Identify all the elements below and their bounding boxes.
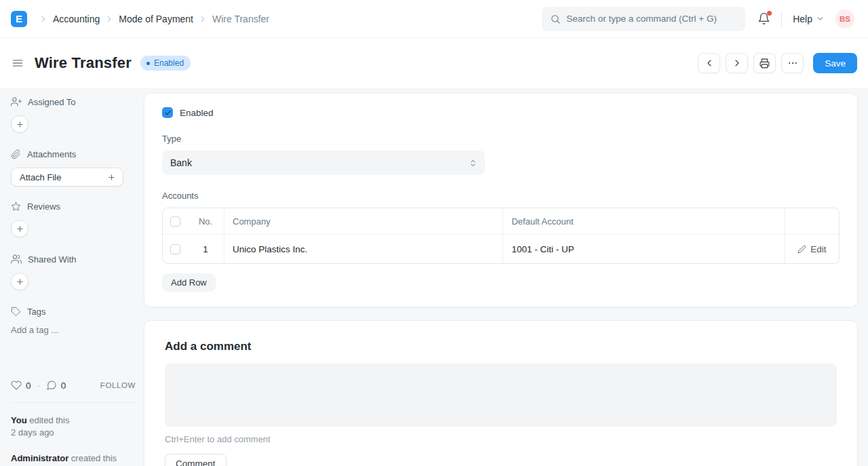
avatar[interactable]: BS: [835, 9, 854, 28]
form-sidebar: Assigned To Attachments Attach File Revi…: [11, 88, 144, 466]
accounts-table: No. Company Default Account 1 Unico Plas…: [162, 208, 840, 264]
add-assignment-button[interactable]: [11, 115, 28, 133]
paperclip-icon: [11, 149, 21, 159]
created-by: Administrator: [11, 453, 68, 463]
status-dot-icon: [146, 62, 150, 65]
prev-record-button[interactable]: [698, 53, 720, 73]
chevron-right-icon: [104, 14, 114, 24]
comment-submit-button[interactable]: Comment: [165, 454, 226, 466]
attachments-section: Attachments: [11, 149, 144, 159]
enabled-checkbox[interactable]: [162, 107, 173, 118]
accounts-label: Accounts: [162, 191, 840, 201]
type-label: Type: [162, 134, 840, 144]
comment-card: Add a comment Ctrl+Enter to add comment …: [144, 320, 858, 466]
likes-count: 0: [26, 381, 31, 391]
row-edit-button[interactable]: Edit: [797, 244, 826, 254]
add-share-button[interactable]: [11, 273, 28, 290]
reviews-label: Reviews: [27, 201, 60, 212]
navbar-right: Help BS: [757, 9, 854, 28]
assign-user-icon: [11, 96, 22, 107]
add-row-button[interactable]: Add Row: [162, 273, 216, 292]
app-logo[interactable]: E: [11, 11, 27, 27]
select-arrows-icon: [468, 158, 478, 168]
chevron-right-icon: [39, 14, 48, 24]
separator: ·: [37, 381, 40, 391]
select-all-checkbox[interactable]: [170, 216, 180, 227]
created-action: created this: [68, 453, 117, 463]
comment-input[interactable]: [165, 364, 837, 427]
bell-icon[interactable]: [757, 12, 770, 25]
divider: [781, 12, 782, 26]
breadcrumb-item-current: Wire Transfer: [212, 14, 269, 24]
tags-section: Tags: [11, 307, 144, 317]
navbar: E Accounting Mode of Payment Wire Transf…: [0, 0, 868, 38]
type-field: Type Bank: [162, 134, 840, 175]
chevron-down-icon: [816, 14, 825, 23]
type-select[interactable]: Bank: [162, 151, 485, 175]
tag-icon: [11, 307, 21, 317]
page-head: Wire Transfer Enabled Save: [0, 38, 868, 88]
enabled-checkbox-row: Enabled: [162, 107, 840, 118]
help-menu[interactable]: Help: [793, 14, 825, 24]
table-row: 1 Unico Plastics Inc. 1001 - Citi - UP E…: [163, 235, 839, 263]
status-badge-label: Enabled: [154, 58, 184, 68]
print-button[interactable]: [753, 53, 776, 73]
row-default-account-cell[interactable]: 1001 - Citi - UP: [502, 235, 785, 263]
column-header-actions: [785, 208, 839, 234]
add-review-button[interactable]: [11, 220, 28, 237]
next-record-button[interactable]: [726, 53, 748, 73]
assigned-to-label: Assigned To: [28, 97, 76, 107]
row-checkbox[interactable]: [170, 244, 180, 254]
attach-file-button[interactable]: Attach File: [11, 168, 123, 187]
column-header-default-account: Default Account: [502, 208, 785, 234]
comment-heading: Add a comment: [165, 340, 837, 353]
heart-icon[interactable]: [11, 380, 22, 391]
chevron-right-icon: [198, 14, 208, 24]
pencil-icon: [797, 245, 806, 254]
tags-label: Tags: [27, 307, 45, 317]
search-input[interactable]: [566, 14, 737, 24]
breadcrumb: Accounting Mode of Payment Wire Transfer: [34, 14, 269, 24]
search-icon: [550, 14, 561, 24]
edited-action: edited this: [27, 415, 70, 425]
page-body: Assigned To Attachments Attach File Revi…: [0, 88, 868, 466]
head-actions: Save: [698, 53, 857, 73]
menu-icon[interactable]: [11, 56, 24, 70]
comments-count: 0: [61, 381, 66, 391]
help-label: Help: [793, 14, 812, 24]
breadcrumb-item-accounting[interactable]: Accounting: [53, 14, 100, 24]
form-main: Enabled Type Bank Accounts No. Company: [144, 88, 858, 466]
status-badge: Enabled: [140, 56, 191, 71]
attach-file-label: Attach File: [20, 172, 61, 182]
edited-when: 2 days ago: [11, 427, 144, 439]
reviews-section: Reviews: [11, 201, 144, 212]
ellipsis-menu-button[interactable]: [781, 53, 804, 73]
form-card: Enabled Type Bank Accounts No. Company: [144, 93, 858, 307]
edited-meta: You edited this 2 days ago: [11, 414, 144, 439]
comment-bubble-icon: [46, 380, 57, 391]
column-header-company: Company: [224, 208, 502, 234]
global-search: [542, 7, 745, 31]
created-meta: Administrator created this 4 days ago: [11, 452, 144, 466]
users-icon: [11, 254, 22, 265]
attachments-label: Attachments: [27, 149, 76, 159]
row-edit-label: Edit: [810, 244, 826, 254]
follow-button[interactable]: FOLLOW: [100, 381, 136, 389]
edited-by: You: [11, 415, 27, 425]
shared-with-label: Shared With: [28, 254, 77, 265]
row-company-cell[interactable]: Unico Plastics Inc.: [224, 235, 502, 263]
shared-with-section: Shared With: [11, 254, 144, 265]
breadcrumb-item-mode-of-payment[interactable]: Mode of Payment: [119, 14, 193, 24]
table-header-row: No. Company Default Account: [163, 208, 839, 235]
row-number[interactable]: 1: [187, 235, 224, 263]
page-title: Wire Transfer: [35, 54, 132, 72]
assigned-to-section: Assigned To: [11, 96, 144, 107]
plus-icon: [107, 173, 116, 182]
document-follow-row: 0 · 0 FOLLOW: [11, 380, 136, 391]
comment-hint: Ctrl+Enter to add comment: [165, 434, 837, 444]
add-tag-input[interactable]: Add a tag ...: [11, 325, 144, 335]
column-header-no: No.: [187, 208, 224, 234]
save-button[interactable]: Save: [813, 53, 857, 73]
accounts-field: Accounts No. Company Default Account 1 U…: [162, 191, 840, 292]
star-icon: [11, 201, 21, 212]
